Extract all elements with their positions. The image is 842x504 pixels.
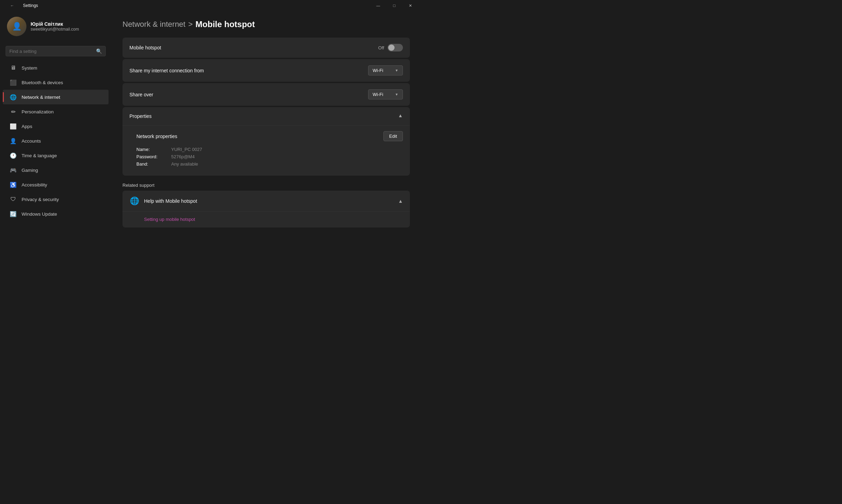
properties-card: Properties ▼ Network properties Edit Nam… [122,107,410,176]
avatar-image: 👤 [7,17,26,36]
search-input[interactable] [9,49,93,54]
system-icon: 🖥 [10,64,17,71]
avatar: 👤 [7,17,26,36]
nav-label-time: Time & language [22,153,57,158]
share-from-dropdown[interactable]: Wi-Fi ▼ [368,65,403,75]
nav-personalization[interactable]: ✏ Personalization [3,104,109,119]
nav-label-apps: Apps [22,124,32,129]
nav-label-accessibility: Accessibility [22,182,47,187]
nav-label-bluetooth: Bluetooth & devices [22,80,63,85]
share-from-right: Wi-Fi ▼ [368,65,403,75]
share-over-dropdown[interactable]: Wi-Fi ▼ [368,89,403,99]
share-over-value: Wi-Fi [373,92,383,97]
hotspot-toggle[interactable] [388,44,403,51]
breadcrumb-separator: > [188,20,193,29]
minimize-button[interactable]: — [370,0,386,11]
share-from-chevron: ▼ [395,69,398,72]
share-from-value: Wi-Fi [373,68,383,73]
gaming-icon: 🎮 [10,167,17,174]
update-icon: 🔄 [10,210,17,217]
prop-key-band: Band: [136,161,171,167]
personalization-icon: ✏ [10,108,17,115]
active-indicator [3,92,4,102]
share-over-card: Share over Wi-Fi ▼ [122,83,410,106]
prop-val-band: Any available [171,161,198,167]
edit-button[interactable]: Edit [383,131,403,141]
nav-time[interactable]: 🕐 Time & language [3,148,109,163]
help-row[interactable]: 🌐 Help with Mobile hotspot ▲ [122,191,410,211]
share-over-right: Wi-Fi ▼ [368,89,403,99]
share-from-label: Share my internet connection from [129,68,204,73]
accounts-icon: 👤 [10,137,17,144]
help-left: 🌐 Help with Mobile hotspot [129,196,197,206]
properties-header[interactable]: Properties ▼ [122,107,410,125]
privacy-icon: 🛡 [10,196,17,203]
page-title: Mobile hotspot [196,19,255,29]
search-icon: 🔍 [96,48,102,54]
help-card: 🌐 Help with Mobile hotspot ▲ Setting up … [122,191,410,227]
titlebar-left: ← Settings [4,0,38,11]
share-over-row: Share over Wi-Fi ▼ [122,83,410,106]
search-box[interactable]: 🔍 [6,46,106,56]
share-from-card: Share my internet connection from Wi-Fi … [122,59,410,82]
prop-val-name: YURI_PC 0027 [171,147,202,152]
main-content: Network & internet > Mobile hotspot Mobi… [111,11,421,252]
nav-label-system: System [22,65,37,71]
share-from-row: Share my internet connection from Wi-Fi … [122,59,410,82]
apps-icon: ⬜ [10,123,17,130]
page-header: Network & internet > Mobile hotspot [122,19,410,29]
prop-row-band: Band: Any available [136,161,403,167]
app-container: 👤 Юрій Світлик sweetlikyuri@hotmail.com … [0,11,421,252]
hotspot-label: Mobile hotspot [129,45,161,50]
nav-system[interactable]: 🖥 System [3,61,109,75]
search-container: 🔍 [0,45,111,61]
net-props-header: Network properties Edit [136,131,403,141]
nav-label-personalization: Personalization [22,109,54,114]
maximize-button[interactable]: □ [386,0,402,11]
nav-accessibility[interactable]: ♿ Accessibility [3,177,109,192]
help-label: Help with Mobile hotspot [144,198,197,204]
app-title: Settings [23,3,38,8]
time-icon: 🕐 [10,152,17,159]
hotspot-toggle-label: Off [378,45,384,50]
bluetooth-icon: ⬛ [10,79,17,86]
net-props-title: Network properties [136,134,177,139]
hotspot-controls: Off [378,44,403,51]
setup-link[interactable]: Setting up mobile hotspot [144,212,403,222]
sidebar: 👤 Юрій Світлик sweetlikyuri@hotmail.com … [0,11,111,252]
properties-label: Properties [129,113,152,119]
user-profile[interactable]: 👤 Юрій Світлик sweetlikyuri@hotmail.com [0,11,111,42]
prop-val-password: 5276p@M4 [171,154,194,159]
nav-accounts[interactable]: 👤 Accounts [3,134,109,148]
accessibility-icon: ♿ [10,181,17,188]
nav-label-accounts: Accounts [22,138,41,144]
properties-body: Network properties Edit Name: YURI_PC 00… [122,125,410,176]
nav-label-privacy: Privacy & security [22,197,59,202]
prop-key-name: Name: [136,147,171,152]
prop-row-name: Name: YURI_PC 0027 [136,147,403,152]
nav-apps[interactable]: ⬜ Apps [3,119,109,134]
nav-gaming[interactable]: 🎮 Gaming [3,163,109,177]
nav-privacy[interactable]: 🛡 Privacy & security [3,192,109,207]
window-controls: — □ ✕ [370,0,418,11]
globe-icon: 🌐 [129,196,139,206]
network-icon: 🌐 [10,94,17,101]
properties-chevron: ▼ [398,113,403,119]
nav-update[interactable]: 🔄 Windows Update [3,207,109,221]
hotspot-row: Mobile hotspot Off [122,38,410,58]
breadcrumb-link[interactable]: Network & internet [122,20,185,29]
prop-key-password: Password: [136,154,171,159]
close-button[interactable]: ✕ [402,0,418,11]
back-button[interactable]: ← [4,0,20,11]
user-name: Юрій Світлик [31,21,79,27]
nav-label-update: Windows Update [22,211,57,217]
hotspot-card: Mobile hotspot Off [122,38,410,58]
nav-label-gaming: Gaming [22,168,38,173]
share-over-chevron: ▼ [395,93,398,96]
prop-row-password: Password: 5276p@M4 [136,154,403,159]
titlebar: ← Settings — □ ✕ [0,0,421,11]
help-chevron-up: ▲ [398,198,403,204]
help-body: Setting up mobile hotspot [122,211,410,227]
nav-network[interactable]: 🌐 Network & internet [3,90,109,104]
nav-bluetooth[interactable]: ⬛ Bluetooth & devices [3,75,109,90]
